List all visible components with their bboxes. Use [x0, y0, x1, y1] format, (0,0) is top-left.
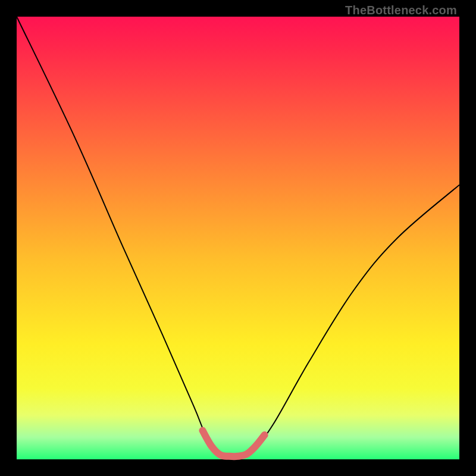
- series-bottleneck-curve: [17, 17, 459, 457]
- chart-svg: [17, 17, 459, 459]
- watermark-text: TheBottleneck.com: [345, 4, 457, 17]
- series-optimum-highlight: [202, 431, 264, 457]
